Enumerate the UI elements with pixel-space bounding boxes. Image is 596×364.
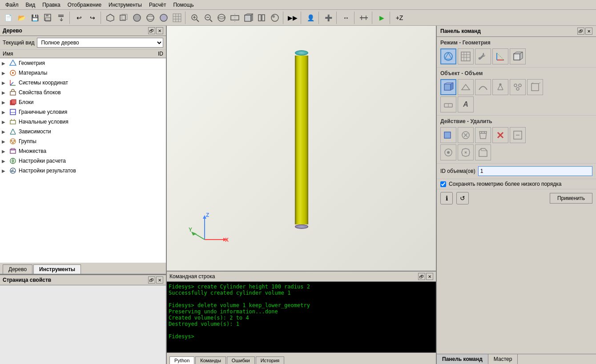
- action-btn-5[interactable]: [510, 127, 526, 143]
- zoom-out-button[interactable]: [202, 12, 214, 24]
- list-item[interactable]: ▶ Группы: [0, 136, 166, 146]
- view-settings-button[interactable]: [255, 12, 268, 24]
- tree-restore-button[interactable]: 🗗: [148, 27, 155, 34]
- add-button[interactable]: ➕: [322, 12, 334, 24]
- list-item[interactable]: ▶ Настройки расчета: [0, 156, 166, 166]
- tree-expand-arrow[interactable]: ▶: [2, 80, 9, 85]
- text-btn[interactable]: A: [458, 96, 474, 112]
- curve-btn[interactable]: [475, 79, 491, 95]
- view-z-button[interactable]: +Z: [393, 12, 406, 24]
- cmd-tab-history[interactable]: История: [256, 356, 285, 364]
- more-tools-button[interactable]: ▶▶: [286, 12, 299, 24]
- action-btn-7[interactable]: [458, 144, 474, 160]
- action-btn-3[interactable]: [475, 127, 491, 143]
- zoom-fit-button[interactable]: [189, 12, 201, 24]
- tree-expand-arrow[interactable]: ▶: [2, 61, 9, 66]
- view-box-button[interactable]: [117, 12, 130, 24]
- right-restore-button[interactable]: 🗗: [577, 28, 584, 35]
- surface-btn[interactable]: [458, 79, 474, 95]
- list-item[interactable]: ▶ Настройки результатов: [0, 166, 166, 176]
- list-item[interactable]: ▶ Свойства блоков: [0, 88, 166, 97]
- tree-expand-arrow[interactable]: ▶: [2, 129, 9, 134]
- action-btn-8[interactable]: [475, 144, 491, 160]
- undo-button[interactable]: ↩: [73, 12, 85, 24]
- tree-expand-arrow[interactable]: ▶: [2, 110, 9, 115]
- clipping-button[interactable]: [229, 12, 241, 24]
- refresh-button[interactable]: ↺: [456, 192, 469, 204]
- geo-mode-btn[interactable]: [440, 48, 456, 64]
- menu-view[interactable]: Вид: [22, 1, 39, 9]
- tree-expand-arrow[interactable]: ▶: [2, 139, 9, 144]
- open-button[interactable]: 📂: [15, 12, 28, 24]
- viewport-3d[interactable]: Z X Y: [167, 26, 436, 271]
- tree-expand-arrow[interactable]: ▶: [2, 149, 9, 154]
- list-item[interactable]: ▶ Системы координат: [0, 78, 166, 88]
- cmd-tab-commands[interactable]: Команды: [195, 356, 226, 364]
- move-button[interactable]: ↔: [340, 12, 352, 24]
- save-as-button[interactable]: [42, 12, 54, 24]
- view-solid-button[interactable]: [131, 12, 143, 24]
- tree-expand-arrow[interactable]: ▶: [2, 159, 9, 164]
- vertex-btn[interactable]: [492, 79, 508, 95]
- align-button[interactable]: [358, 12, 370, 24]
- new-button[interactable]: 📄: [2, 12, 14, 24]
- run-button[interactable]: ▶: [375, 12, 388, 24]
- tree-expand-arrow[interactable]: ▶: [2, 100, 9, 105]
- id-input[interactable]: [478, 166, 592, 176]
- view-transp-button[interactable]: [157, 12, 170, 24]
- list-item[interactable]: ▶ Материалы: [0, 68, 166, 78]
- list-item[interactable]: ▶ Начальные условия: [0, 117, 166, 127]
- menu-tools[interactable]: Инструменты: [105, 1, 145, 9]
- menu-file[interactable]: Файл: [2, 1, 22, 9]
- tree-expand-arrow[interactable]: ▶: [2, 71, 9, 76]
- cmd-restore-button[interactable]: 🗗: [418, 273, 425, 280]
- menu-calc[interactable]: Расчёт: [145, 1, 170, 9]
- view-wire-button[interactable]: [144, 12, 157, 24]
- volume-btn[interactable]: [440, 79, 456, 95]
- wrench-mode-btn[interactable]: [475, 48, 491, 64]
- erase-btn[interactable]: [440, 96, 456, 112]
- mesh-mode-btn[interactable]: [458, 48, 474, 64]
- bottom-tab-panel[interactable]: Панель команд: [437, 354, 488, 364]
- cmd-tab-errors[interactable]: Ошибки: [227, 356, 255, 364]
- menu-edit[interactable]: Правка: [39, 1, 64, 9]
- view-mesh-button[interactable]: [171, 12, 183, 24]
- tab-tree[interactable]: Дерево: [3, 264, 32, 274]
- menu-help[interactable]: Помощь: [169, 1, 197, 9]
- tree-expand-arrow[interactable]: ▶: [2, 168, 9, 173]
- apply-button[interactable]: Применить: [550, 193, 592, 204]
- list-item[interactable]: ▶ Геометрия: [0, 58, 166, 68]
- menu-display[interactable]: Отображение: [64, 1, 105, 9]
- group-object-btn[interactable]: [510, 79, 526, 95]
- save-button[interactable]: 💾: [28, 12, 41, 24]
- list-item[interactable]: ▶ Граничные условия: [0, 107, 166, 117]
- redo-button[interactable]: ↪: [86, 12, 99, 24]
- cmd-close-button[interactable]: ✕: [426, 273, 433, 280]
- view-cube-button[interactable]: [242, 12, 254, 24]
- tab-tools[interactable]: Инструменты: [33, 264, 81, 274]
- action-btn-6[interactable]: [440, 144, 456, 160]
- cmd-tab-python[interactable]: Python: [169, 356, 194, 364]
- action-btn-4[interactable]: [492, 127, 508, 143]
- box-object-btn[interactable]: [527, 79, 543, 95]
- props-close-button[interactable]: ✕: [156, 276, 163, 284]
- action-btn-2[interactable]: [458, 127, 474, 143]
- list-item[interactable]: ▶ Блоки: [0, 97, 166, 107]
- action-btn-1[interactable]: [440, 127, 456, 143]
- view-iso-button[interactable]: [104, 12, 117, 24]
- bottom-tab-master[interactable]: Мастер: [488, 354, 518, 364]
- view-sphere-button[interactable]: [215, 12, 228, 24]
- view-shading-button[interactable]: [269, 12, 281, 24]
- tree-expand-arrow[interactable]: ▶: [2, 90, 9, 95]
- tree-expand-arrow[interactable]: ▶: [2, 120, 9, 124]
- list-item[interactable]: ▶ Множества: [0, 146, 166, 156]
- cube-mode-btn[interactable]: [510, 48, 526, 64]
- user-button[interactable]: 👤: [304, 12, 317, 24]
- preserve-geometry-label[interactable]: Сохранять геометрию более низкого порядк…: [449, 181, 561, 187]
- info-button[interactable]: ℹ: [440, 192, 453, 204]
- right-close-button[interactable]: ✕: [585, 28, 592, 35]
- preserve-geometry-checkbox[interactable]: [440, 181, 446, 187]
- current-view-select[interactable]: Полное дерево: [37, 38, 163, 48]
- props-restore-button[interactable]: 🗗: [148, 276, 155, 284]
- export-button[interactable]: [55, 12, 68, 24]
